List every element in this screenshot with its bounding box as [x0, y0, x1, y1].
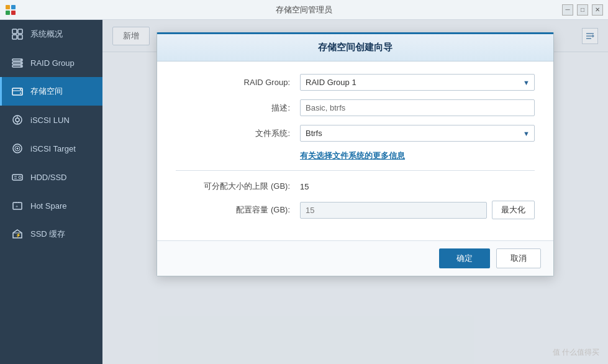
sidebar-item-storage-space[interactable]: 存储空间: [0, 77, 102, 106]
divider: [176, 170, 535, 171]
maximize-button[interactable]: □: [577, 4, 588, 16]
raid-group-control: RAID Group 1 ▼: [300, 74, 535, 91]
sidebar-item-label: SSD 缓存: [30, 229, 65, 240]
grid-icon: [11, 27, 24, 41]
maximize-button[interactable]: 最大化: [492, 201, 535, 219]
sidebar-item-hot-spare[interactable]: + Hot Spare: [0, 191, 102, 220]
window-controls: ─ □ ✕: [562, 4, 603, 16]
sidebar-item-label: HDD/SSD: [30, 173, 67, 182]
description-input[interactable]: [300, 99, 535, 116]
svg-point-19: [16, 118, 19, 122]
app-icon: [5, 4, 16, 16]
sidebar-item-iscsi-target[interactable]: iSCSI Target: [0, 134, 102, 163]
sidebar-item-label: RAID Group: [30, 58, 75, 68]
iscsi-icon: [11, 113, 24, 127]
filesystem-control: Btrfs ▼: [300, 125, 535, 142]
filesystem-info-link[interactable]: 有关选择文件系统的更多信息: [300, 151, 405, 160]
svg-point-11: [20, 60, 22, 61]
raid-group-select[interactable]: RAID Group 1: [300, 74, 535, 91]
sidebar-item-label: 系统概况: [30, 29, 63, 40]
description-control: [300, 99, 535, 116]
sidebar-item-ssd-cache[interactable]: ⚡ SSD 缓存: [0, 220, 102, 248]
max-capacity-display: 15: [300, 182, 309, 191]
max-capacity-value: 15: [300, 182, 535, 191]
ssdcache-icon: ⚡: [11, 227, 24, 241]
raid-group-label: RAID Group:: [176, 78, 300, 87]
dialog: 存储空间创建向导 RAID Group: RAID Group 1 ▼: [157, 32, 554, 276]
dialog-header: 存储空间创建向导: [157, 34, 553, 61]
svg-point-12: [20, 63, 22, 64]
sidebar-item-label: Hot Spare: [30, 201, 67, 211]
svg-rect-0: [6, 5, 10, 9]
hotspare-icon: +: [11, 199, 24, 212]
config-capacity-control: 最大化: [300, 201, 535, 219]
raid-group-row: RAID Group: RAID Group 1 ▼: [176, 74, 535, 91]
svg-point-13: [20, 66, 22, 67]
confirm-button[interactable]: 确定: [439, 248, 490, 268]
description-row: 描述:: [176, 99, 535, 116]
main-layout: 系统概况 RAID Group: [0, 20, 608, 364]
window-title: 存储空间管理员: [276, 4, 332, 16]
description-label: 描述:: [176, 102, 300, 114]
sidebar-item-label: iSCSI LUN: [30, 116, 70, 125]
svg-rect-5: [18, 29, 22, 34]
target-icon: [11, 142, 24, 155]
filesystem-select[interactable]: Btrfs: [300, 125, 535, 142]
sidebar-item-raid-group[interactable]: RAID Group: [0, 48, 102, 77]
sidebar-item-label: 存储空间: [30, 86, 63, 97]
minimize-button[interactable]: ─: [562, 4, 573, 16]
dialog-title: 存储空间创建向导: [318, 42, 392, 52]
svg-rect-2: [6, 11, 10, 15]
titlebar: 存储空间管理员 ─ □ ✕: [0, 0, 608, 20]
raid-icon: [11, 56, 24, 70]
dialog-body: RAID Group: RAID Group 1 ▼ 描述:: [157, 61, 553, 240]
sidebar: 系统概况 RAID Group: [0, 20, 102, 364]
svg-rect-3: [11, 11, 16, 15]
filesystem-label: 文件系统:: [176, 128, 300, 139]
sidebar-item-hdd-ssd[interactable]: HDD/SSD: [0, 163, 102, 191]
max-capacity-row: 可分配大小的上限 (GB): 15: [176, 181, 535, 192]
svg-point-17: [20, 93, 21, 94]
config-capacity-label: 配置容量 (GB):: [176, 204, 300, 216]
raid-group-select-wrapper: RAID Group 1 ▼: [300, 74, 535, 91]
svg-point-24: [17, 148, 19, 150]
svg-rect-6: [12, 35, 17, 39]
content-area: 新增 存储空间创建向导: [102, 20, 608, 364]
sidebar-item-label: iSCSI Target: [30, 144, 76, 153]
hdd-icon: [11, 170, 24, 184]
info-link-control: 有关选择文件系统的更多信息: [300, 150, 535, 162]
svg-point-16: [20, 89, 21, 90]
svg-point-26: [19, 176, 21, 179]
config-capacity-row: 配置容量 (GB): 最大化: [176, 201, 535, 219]
filesystem-select-wrapper: Btrfs ▼: [300, 125, 535, 142]
dialog-overlay: 存储空间创建向导 RAID Group: RAID Group 1 ▼: [102, 20, 608, 364]
max-capacity-label: 可分配大小的上限 (GB):: [176, 181, 300, 192]
info-link-row: 有关选择文件系统的更多信息: [176, 150, 535, 162]
cancel-button[interactable]: 取消: [496, 248, 541, 268]
config-capacity-input[interactable]: [300, 202, 487, 219]
svg-rect-4: [12, 29, 17, 34]
svg-rect-7: [18, 35, 22, 39]
dialog-footer: 确定 取消: [157, 240, 553, 276]
storage-icon: [11, 84, 24, 98]
svg-text:⚡: ⚡: [16, 232, 21, 238]
filesystem-row: 文件系统: Btrfs ▼: [176, 125, 535, 142]
svg-text:+: +: [16, 204, 18, 209]
close-button[interactable]: ✕: [592, 4, 603, 16]
sidebar-item-iscsi-lun[interactable]: iSCSI LUN: [0, 106, 102, 134]
svg-rect-1: [11, 5, 16, 9]
sidebar-item-system-overview[interactable]: 系统概况: [0, 20, 102, 48]
